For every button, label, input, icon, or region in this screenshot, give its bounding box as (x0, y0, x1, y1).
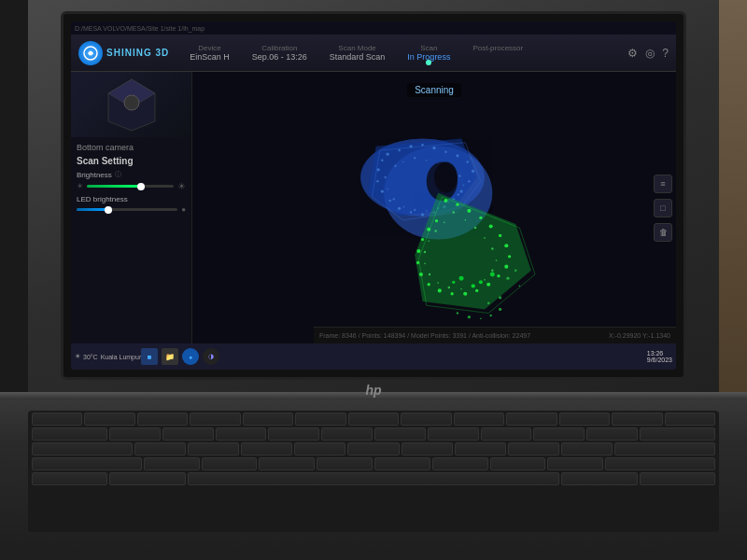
nav-calibration[interactable]: Calibration Sep.06 - 13:26 (241, 42, 318, 63)
key[interactable] (243, 413, 293, 426)
taskbar-icons[interactable]: ■ 📁 ● ◑ (141, 348, 219, 365)
key[interactable] (188, 442, 239, 455)
nav-post[interactable]: Post-processor (461, 42, 534, 63)
key[interactable] (612, 413, 662, 426)
svg-point-59 (504, 265, 508, 269)
key[interactable] (32, 427, 107, 441)
weather-icon: ☀ (75, 353, 80, 360)
tool-lines-btn[interactable]: ≡ (654, 175, 672, 193)
key[interactable] (561, 442, 613, 455)
key[interactable] (665, 413, 715, 426)
svg-point-82 (460, 288, 462, 290)
svg-point-73 (453, 211, 455, 213)
key[interactable] (241, 442, 292, 455)
key[interactable] (481, 427, 532, 441)
svg-point-23 (410, 211, 412, 213)
key[interactable] (490, 457, 546, 470)
key[interactable] (614, 442, 715, 455)
key[interactable] (137, 413, 188, 426)
svg-point-53 (467, 209, 471, 213)
scan-visual (220, 100, 648, 325)
key[interactable] (295, 413, 345, 426)
brightness-slider[interactable]: ☀ ☀ (77, 181, 186, 191)
key[interactable] (348, 413, 399, 426)
taskbar-circle1[interactable]: ● (182, 348, 199, 365)
key[interactable] (134, 442, 186, 455)
led-indicator: ● (181, 205, 186, 214)
key[interactable] (402, 442, 453, 455)
key[interactable] (321, 427, 373, 441)
svg-point-3 (124, 95, 139, 110)
brightness-label: Brightness ⓘ (77, 170, 186, 179)
nav-scan-mode-label: Scan Mode (338, 44, 375, 52)
key[interactable] (32, 413, 82, 426)
tool-delete-btn[interactable]: 🗑 (654, 223, 672, 242)
svg-point-33 (426, 160, 428, 161)
svg-point-67 (419, 273, 423, 276)
svg-point-48 (434, 161, 458, 192)
svg-point-18 (459, 189, 462, 192)
svg-point-58 (508, 255, 511, 258)
svg-point-100 (487, 301, 489, 303)
key[interactable] (506, 413, 557, 426)
help-icon[interactable]: ? (662, 47, 669, 60)
window-title: D:/MESA VOLVO/MESA/Site 1/site 1/lh_map (75, 25, 204, 32)
key[interactable] (190, 413, 240, 426)
key[interactable] (455, 442, 506, 455)
key[interactable] (401, 413, 451, 426)
key[interactable] (109, 427, 161, 441)
key[interactable] (586, 427, 638, 441)
key[interactable] (640, 472, 715, 485)
screen-bezel: D:/MESA VOLVO/MESA/Site 1/site 1/lh_map … (61, 11, 686, 380)
key[interactable] (454, 413, 504, 426)
title-bar: D:/MESA VOLVO/MESA/Site 1/site 1/lh_map (71, 21, 676, 35)
taskbar: ☀ 30°C Kuala Lumpur ■ 📁 ● ◑ (71, 343, 676, 370)
key[interactable] (84, 413, 134, 426)
record-icon[interactable]: ◎ (645, 47, 655, 60)
nav-device[interactable]: Device EinScan H (178, 42, 241, 63)
taskbar-weather: ☀ 30°C Kuala Lumpur (75, 353, 141, 360)
key[interactable] (144, 457, 200, 470)
svg-point-97 (514, 270, 516, 272)
svg-point-43 (403, 206, 405, 208)
led-slider[interactable]: ● (77, 205, 186, 214)
key[interactable] (561, 472, 637, 485)
key[interactable] (508, 442, 559, 455)
nav-post-label: Post-processor (472, 44, 523, 52)
svg-point-61 (486, 283, 490, 287)
key[interactable] (109, 472, 185, 485)
key[interactable] (428, 427, 479, 441)
key[interactable] (374, 457, 430, 470)
svg-point-11 (421, 144, 423, 146)
key[interactable] (202, 457, 258, 470)
key[interactable] (347, 442, 399, 455)
taskbar-app-icon[interactable]: ■ (141, 348, 158, 365)
taskbar-circle2[interactable]: ◑ (203, 348, 219, 365)
key[interactable] (317, 457, 373, 470)
key[interactable] (32, 472, 107, 485)
key[interactable] (216, 427, 267, 441)
key[interactable] (268, 427, 319, 441)
key[interactable] (559, 413, 610, 426)
svg-point-46 (384, 176, 386, 178)
svg-point-103 (480, 318, 482, 320)
nav-scan-mode[interactable]: Scan Mode Standard Scan (318, 42, 397, 63)
key[interactable] (374, 427, 426, 441)
key[interactable] (605, 457, 715, 470)
settings-icon[interactable]: ⚙ (627, 47, 638, 60)
key[interactable] (533, 427, 585, 441)
key[interactable] (162, 427, 214, 441)
svg-point-30 (394, 164, 396, 166)
tool-box-btn[interactable]: □ (654, 199, 672, 217)
key[interactable] (294, 442, 345, 455)
nav-scan[interactable]: Scan In Progress (396, 42, 461, 63)
key[interactable] (32, 442, 133, 455)
key[interactable] (32, 457, 142, 470)
svg-point-87 (424, 251, 426, 253)
spacebar[interactable] (188, 472, 560, 485)
key[interactable] (432, 457, 488, 470)
key[interactable] (547, 457, 603, 470)
key[interactable] (640, 427, 715, 441)
taskbar-file-icon[interactable]: 📁 (162, 348, 178, 365)
key[interactable] (259, 457, 315, 470)
